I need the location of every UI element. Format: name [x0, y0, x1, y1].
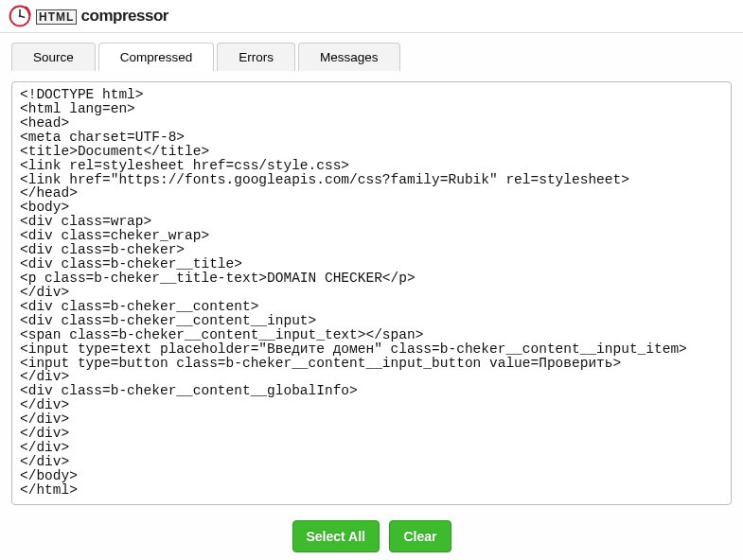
app-header: HTML compressor [0, 0, 743, 33]
tab-source[interactable]: Source [11, 43, 96, 71]
tab-messages[interactable]: Messages [298, 43, 400, 71]
compressed-output-textarea[interactable] [11, 81, 732, 505]
action-button-row: Select All Clear [11, 520, 732, 552]
brand-text: HTML compressor [36, 7, 168, 26]
clear-button[interactable]: Clear [389, 520, 451, 552]
svg-point-3 [19, 15, 22, 18]
brand-suffix: compressor [81, 7, 168, 25]
tab-compressed[interactable]: Compressed [98, 43, 215, 71]
brand-html-badge: HTML [36, 9, 77, 25]
tab-bar: Source Compressed Errors Messages [11, 43, 732, 71]
brand-logo: HTML compressor [8, 4, 168, 28]
select-all-button[interactable]: Select All [292, 520, 380, 552]
main-panel: Source Compressed Errors Messages Select… [0, 33, 743, 560]
clock-icon [8, 4, 32, 28]
tab-errors[interactable]: Errors [217, 43, 295, 71]
